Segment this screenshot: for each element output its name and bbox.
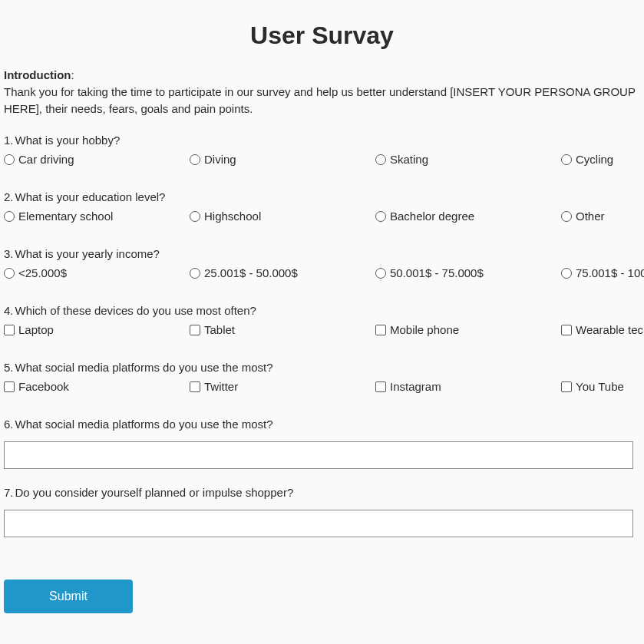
q6-input[interactable] bbox=[4, 441, 633, 469]
radio-icon bbox=[375, 268, 386, 279]
question-3: 3. What is your yearly income? <25.000$ … bbox=[4, 247, 640, 279]
checkbox-icon bbox=[375, 325, 386, 335]
q4-option-2[interactable]: Mobile phone bbox=[375, 323, 561, 336]
checkbox-icon bbox=[561, 325, 572, 335]
q2-option-1[interactable]: Highschool bbox=[190, 210, 375, 223]
radio-icon bbox=[4, 211, 15, 222]
q5-text: What social media platforms do you use t… bbox=[15, 361, 273, 374]
q2-option-0[interactable]: Elementary school bbox=[4, 210, 190, 223]
question-4: 4. Which of these devices do you use mos… bbox=[4, 304, 640, 336]
question-1: 1. What is your hobby? Car driving Divin… bbox=[4, 134, 640, 166]
radio-icon bbox=[561, 211, 572, 222]
question-7: 7. Do you consider yourself planned or i… bbox=[4, 486, 640, 537]
q5-option-0[interactable]: Facebook bbox=[4, 380, 190, 393]
q3-option-0[interactable]: <25.000$ bbox=[4, 266, 190, 279]
q2-text: What is your education level? bbox=[15, 190, 166, 203]
q2-option-2[interactable]: Bachelor degree bbox=[375, 210, 561, 223]
question-2: 2. What is your education level? Element… bbox=[4, 190, 640, 223]
radio-icon bbox=[561, 154, 572, 165]
radio-icon bbox=[375, 211, 386, 222]
radio-icon bbox=[190, 211, 200, 222]
q6-text: What social media platforms do you use t… bbox=[15, 418, 273, 431]
q3-option-2[interactable]: 50.001$ - 75.000$ bbox=[375, 266, 561, 279]
q7-input[interactable] bbox=[4, 510, 633, 537]
q5-option-2[interactable]: Instagram bbox=[375, 380, 561, 393]
q4-option-0[interactable]: Laptop bbox=[4, 323, 190, 336]
checkbox-icon bbox=[375, 381, 386, 392]
q3-option-3[interactable]: 75.001$ - 100.00 bbox=[561, 266, 644, 279]
q2-option-3[interactable]: Other bbox=[561, 210, 605, 223]
radio-icon bbox=[190, 268, 200, 279]
q4-number: 4. bbox=[4, 304, 14, 317]
q4-text: Which of these devices do you use most o… bbox=[15, 304, 256, 317]
q7-number: 7. bbox=[4, 486, 14, 499]
q4-option-3[interactable]: Wearable tech bbox=[561, 323, 644, 336]
radio-icon bbox=[4, 268, 15, 279]
q3-option-1[interactable]: 25.001$ - 50.000$ bbox=[190, 266, 375, 279]
radio-icon bbox=[375, 154, 386, 165]
radio-icon bbox=[4, 154, 15, 165]
q3-number: 3. bbox=[4, 247, 14, 260]
page-title: User Survay bbox=[4, 21, 640, 50]
intro-label: Introduction bbox=[4, 68, 71, 81]
q1-text: What is your hobby? bbox=[15, 134, 121, 147]
q6-number: 6. bbox=[4, 418, 14, 431]
checkbox-icon bbox=[190, 325, 200, 335]
q1-option-2[interactable]: Skating bbox=[375, 153, 561, 166]
submit-button[interactable]: Submit bbox=[4, 580, 133, 613]
q7-text: Do you consider yourself planned or impu… bbox=[15, 486, 294, 499]
checkbox-icon bbox=[190, 381, 200, 392]
introduction-block: Introduction: Thank you for taking the t… bbox=[4, 67, 640, 117]
checkbox-icon bbox=[4, 381, 15, 392]
radio-icon bbox=[561, 268, 572, 279]
q1-option-1[interactable]: Diving bbox=[190, 153, 375, 166]
q3-text: What is your yearly income? bbox=[15, 247, 160, 260]
q4-option-1[interactable]: Tablet bbox=[190, 323, 375, 336]
checkbox-icon bbox=[561, 381, 572, 392]
question-6: 6. What social media platforms do you us… bbox=[4, 418, 640, 469]
survey-page: User Survay Introduction: Thank you for … bbox=[0, 0, 644, 644]
q2-number: 2. bbox=[4, 190, 14, 203]
q5-number: 5. bbox=[4, 361, 14, 374]
q5-option-1[interactable]: Twitter bbox=[190, 380, 375, 393]
q1-option-3[interactable]: Cycling bbox=[561, 153, 613, 166]
radio-icon bbox=[190, 154, 200, 165]
checkbox-icon bbox=[4, 325, 15, 335]
q5-option-3[interactable]: You Tube bbox=[561, 380, 624, 393]
q1-option-0[interactable]: Car driving bbox=[4, 153, 190, 166]
intro-text: Thank you for taking the time to partici… bbox=[4, 85, 636, 115]
question-5: 5. What social media platforms do you us… bbox=[4, 361, 640, 393]
q1-number: 1. bbox=[4, 134, 14, 147]
